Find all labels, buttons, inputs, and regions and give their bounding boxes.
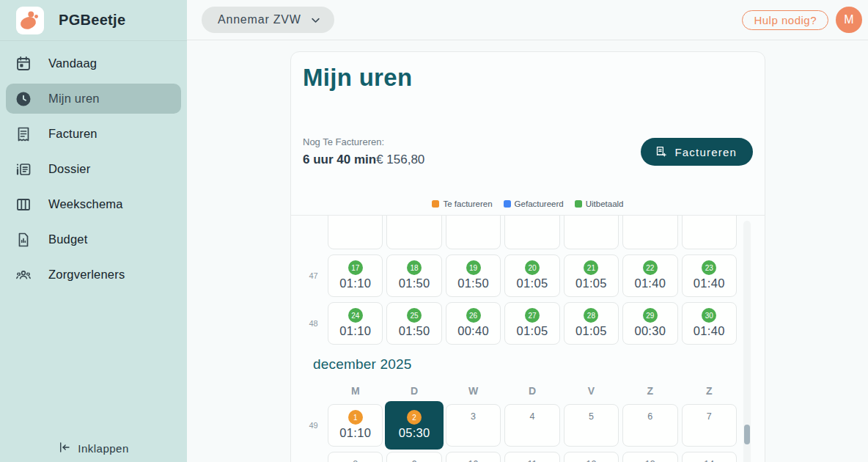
invoice-summary-amount: € 156,80 bbox=[376, 153, 424, 166]
calendar-week-row: 49101:10205:3034567 bbox=[303, 404, 737, 447]
date-badge: 26 bbox=[466, 308, 481, 323]
day-cell-29[interactable]: 2900:30 bbox=[622, 302, 677, 345]
logged-time: 01:10 bbox=[339, 324, 371, 338]
date-label: 9 bbox=[412, 459, 417, 462]
date-badge: 28 bbox=[584, 308, 598, 323]
logged-time: 01:10 bbox=[339, 276, 371, 290]
day-cell-22[interactable]: 2201:40 bbox=[622, 254, 677, 297]
logged-time: 01:05 bbox=[517, 276, 548, 290]
invoice-summary-hours: 6 uur 40 min bbox=[303, 153, 376, 166]
day-cell-4[interactable]: 4 bbox=[504, 404, 559, 447]
avatar[interactable]: M bbox=[836, 7, 862, 33]
legend-item: Uitbetaald bbox=[575, 199, 624, 208]
sidebar-item-vandaag[interactable]: Vandaag bbox=[6, 48, 181, 78]
day-cell-13[interactable]: 13 bbox=[622, 452, 677, 462]
day-cell[interactable] bbox=[564, 215, 619, 249]
sidebar-item-label: Zorgverleners bbox=[48, 268, 125, 282]
logged-time: 01:05 bbox=[517, 324, 548, 338]
day-cell-12[interactable]: 12 bbox=[564, 452, 619, 462]
day-cell-30[interactable]: 3001:40 bbox=[682, 302, 737, 345]
legend-label: Uitbetaald bbox=[586, 199, 624, 208]
day-cell-2[interactable]: 205:30 bbox=[386, 404, 441, 447]
day-cell-20[interactable]: 2001:05 bbox=[504, 254, 559, 297]
day-cell[interactable] bbox=[622, 215, 677, 249]
legend-swatch bbox=[504, 200, 511, 208]
sidebar-item-facturen[interactable]: Facturen bbox=[6, 119, 181, 149]
factureren-button-label: Factureren bbox=[674, 146, 737, 158]
date-label: 7 bbox=[707, 411, 712, 422]
sidebar-item-zorgverleners[interactable]: Zorgverleners bbox=[6, 260, 181, 290]
day-cell-25[interactable]: 2501:50 bbox=[386, 302, 441, 345]
calendar-week-row: 891011121314 bbox=[303, 452, 737, 462]
logged-time: 00:40 bbox=[457, 324, 489, 338]
day-cell-18[interactable]: 1801:50 bbox=[386, 254, 441, 297]
day-cell-24[interactable]: 2401:10 bbox=[328, 302, 383, 345]
app-logo-icon bbox=[16, 7, 44, 34]
day-cell-6[interactable]: 6 bbox=[622, 404, 677, 447]
help-button[interactable]: Hulp nodig? bbox=[742, 10, 828, 30]
collapse-label: Inklappen bbox=[78, 442, 129, 455]
legend-item: Te factureren bbox=[432, 199, 492, 208]
day-header: D bbox=[504, 385, 559, 397]
sidebar-item-budget[interactable]: Budget bbox=[6, 224, 181, 254]
factureren-button[interactable]: Factureren bbox=[641, 138, 753, 166]
sidebar-item-label: Budget bbox=[48, 232, 88, 246]
sidebar-item-mijn-uren[interactable]: Mijn uren bbox=[6, 84, 181, 114]
calendar-scrollbar-thumb[interactable] bbox=[744, 425, 750, 444]
day-cell-17[interactable]: 1701:10 bbox=[328, 254, 383, 297]
day-cell-27[interactable]: 2701:05 bbox=[504, 302, 559, 345]
day-cell[interactable] bbox=[446, 215, 501, 249]
date-label: 10 bbox=[468, 459, 479, 462]
day-cell[interactable] bbox=[386, 215, 441, 249]
logged-time: 01:05 bbox=[575, 276, 607, 290]
legend-label: Te factureren bbox=[443, 199, 492, 208]
context-selector[interactable]: Annemar ZVW bbox=[202, 7, 334, 33]
day-cell-14[interactable]: 14 bbox=[682, 452, 737, 462]
day-cell-7[interactable]: 7 bbox=[682, 404, 737, 447]
day-header: V bbox=[564, 385, 619, 397]
sidebar-item-label: Vandaag bbox=[48, 56, 97, 70]
legend-swatch bbox=[575, 200, 582, 208]
invoice-summary-label: Nog Te Factureren: bbox=[303, 136, 424, 147]
day-cell-3[interactable]: 3 bbox=[446, 404, 501, 447]
sidebar-item-dossier[interactable]: Dossier bbox=[6, 154, 181, 184]
date-label: 14 bbox=[704, 459, 714, 462]
day-cell-26[interactable]: 2600:40 bbox=[446, 302, 501, 345]
day-header: Z bbox=[682, 385, 737, 397]
day-cell[interactable] bbox=[504, 215, 559, 249]
calendar-week-row: 482401:102501:502600:402701:052801:05290… bbox=[303, 302, 737, 345]
date-badge: 19 bbox=[466, 260, 481, 275]
sidebar-item-label: Facturen bbox=[48, 127, 98, 141]
logged-time: 01:50 bbox=[457, 276, 489, 290]
main-area: Mijn uren Nog Te Factureren: 6 uur 40 mi… bbox=[187, 40, 868, 462]
day-cell-1[interactable]: 101:10 bbox=[328, 404, 383, 447]
day-cell[interactable] bbox=[328, 215, 383, 249]
sidebar-collapse-button[interactable]: Inklappen bbox=[0, 441, 187, 456]
page-title: Mijn uren bbox=[303, 64, 412, 92]
day-cell-9[interactable]: 9 bbox=[386, 452, 441, 462]
day-cell-10[interactable]: 10 bbox=[446, 452, 501, 462]
topbar-right: Hulp nodig? M bbox=[742, 7, 862, 33]
dossier-icon bbox=[15, 161, 32, 178]
logged-time: 05:30 bbox=[399, 426, 430, 440]
date-badge: 21 bbox=[584, 260, 598, 275]
date-badge: 25 bbox=[407, 308, 422, 323]
day-cell-19[interactable]: 1901:50 bbox=[446, 254, 501, 297]
day-cell-5[interactable]: 5 bbox=[564, 404, 619, 447]
date-badge: 20 bbox=[525, 260, 540, 275]
day-cell-28[interactable]: 2801:05 bbox=[564, 302, 619, 345]
chevron-down-icon bbox=[310, 15, 321, 26]
day-cell-11[interactable]: 11 bbox=[504, 452, 559, 462]
logged-time: 01:50 bbox=[399, 276, 430, 290]
day-cell-23[interactable]: 2301:40 bbox=[682, 254, 737, 297]
calendar-scrollbar-track bbox=[743, 221, 751, 462]
context-selector-label: Annemar ZVW bbox=[218, 13, 301, 26]
sidebar-item-weekschema[interactable]: Weekschema bbox=[6, 189, 181, 219]
people-icon bbox=[15, 266, 32, 284]
month-header: december 2025 bbox=[313, 356, 737, 375]
sidebar-item-label: Dossier bbox=[48, 162, 90, 176]
date-label: 6 bbox=[647, 411, 652, 422]
day-cell-21[interactable]: 2101:05 bbox=[564, 254, 619, 297]
day-cell-8[interactable]: 8 bbox=[328, 452, 383, 462]
day-cell[interactable] bbox=[682, 215, 737, 249]
